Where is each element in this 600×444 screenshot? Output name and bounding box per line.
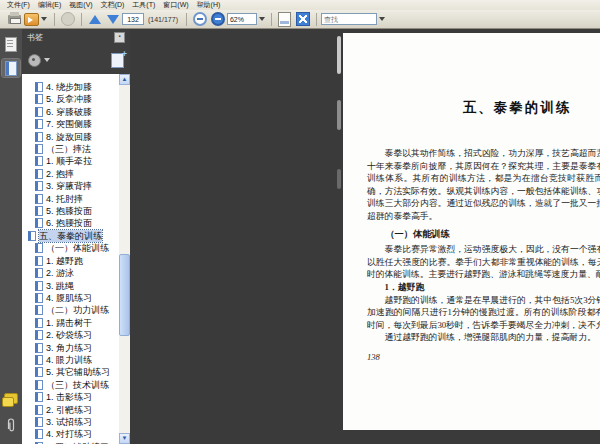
bookmark-item[interactable]: 4. 绕步卸膝	[22, 81, 119, 93]
bookmark-label: 2. 游泳	[46, 267, 74, 279]
menu-item-0[interactable]: 文件(F)	[3, 0, 34, 10]
attachments-panel-button[interactable]	[2, 416, 20, 434]
zoom-level-input[interactable]	[227, 13, 257, 25]
bookmark-item[interactable]: 4. 托肘摔	[22, 193, 119, 205]
zoom-out-icon	[193, 12, 207, 26]
paragraph: 越野跑的训练，通常是在早晨进行的，其中包括5次3分钟的加速跑，每次加速跑的间隔只…	[367, 294, 600, 332]
bookmark-label: 8. 旋敌回膝	[46, 131, 92, 143]
bookmark-item[interactable]: 2. 引靶练习	[22, 404, 119, 416]
bookmark-icon	[35, 94, 43, 104]
bookmark-icon	[35, 305, 43, 315]
menu-item-3[interactable]: 文档(D)	[97, 0, 129, 10]
bookmark-item[interactable]: 2. 游泳	[22, 267, 119, 279]
pages-icon	[5, 37, 17, 52]
bookmark-item[interactable]: 5. 抱膝按面	[22, 205, 119, 217]
fit-page-icon	[296, 12, 310, 26]
bookmark-item[interactable]: （三）技术训练	[22, 379, 119, 391]
comments-icon	[4, 393, 18, 404]
fullscreen-button[interactable]	[295, 11, 311, 27]
paragraph: 泰拳比赛异常激烈，运动强度极大，因此，没有一个强有力的体魄，是难以胜任大强度的比…	[367, 243, 600, 281]
bookmark-item[interactable]: 1. 踢击树干	[22, 317, 119, 329]
new-bookmark-icon[interactable]	[111, 53, 124, 68]
paragraph: 通过越野跑的训练，增强腿部肌肉的力量，提高耐力。	[367, 331, 600, 344]
bookmark-item-selected[interactable]: 五、泰拳的训练	[22, 230, 119, 242]
panel-menu-button[interactable]: ▪	[114, 32, 125, 43]
page-number-input[interactable]	[122, 13, 144, 25]
bookmark-item[interactable]: （三）摔法	[22, 143, 119, 155]
bookmark-options-icon[interactable]	[28, 54, 41, 67]
menu-item-1[interactable]: 编辑(E)	[34, 0, 65, 10]
bookmark-item[interactable]: 6. 穿膝破膝	[22, 106, 119, 118]
bookmark-item[interactable]: 5. 反拿冲膝	[22, 93, 119, 105]
scroll-up-button[interactable]: ▲	[119, 74, 130, 85]
menu-item-6[interactable]: 帮助(H)	[193, 0, 225, 10]
bookmark-label: 5. 其它辅助练习	[46, 366, 110, 378]
bookmark-item[interactable]: 2. 抱摔	[22, 168, 119, 180]
bookmark-label: 4. 腹肌练习	[46, 292, 92, 304]
pages-panel-button[interactable]	[2, 35, 20, 53]
toolbar: (141/177)	[0, 10, 600, 29]
next-page-button[interactable]	[105, 11, 121, 27]
paragraph: 泰拳以其动作简练，招式凶险，功力深厚，技艺高超而蜚声国际武坛。几十年来泰拳所向披…	[367, 147, 600, 223]
previous-page-button[interactable]	[87, 11, 103, 27]
find-input[interactable]	[321, 13, 377, 25]
bookmark-item[interactable]: 3. 试招练习	[22, 416, 119, 428]
print-button[interactable]	[6, 11, 22, 27]
bookmark-item[interactable]: 3. 跳绳	[22, 280, 119, 292]
export-button[interactable]	[24, 11, 49, 27]
bookmark-icon	[35, 380, 43, 390]
bookmark-item[interactable]: 1. 越野跑	[22, 255, 119, 267]
bookmark-item[interactable]: 4. 腹肌练习	[22, 292, 119, 304]
bookmark-item[interactable]: 3. 穿腋背摔	[22, 180, 119, 192]
bookmark-icon	[35, 293, 43, 303]
menu-item-4[interactable]: 工具(T)	[128, 0, 159, 10]
scrollbar-fragment	[337, 169, 341, 189]
bookmark-icon	[35, 281, 43, 291]
bookmark-item[interactable]: 4. 对打练习	[22, 428, 119, 440]
chevron-down-icon[interactable]	[379, 17, 385, 21]
chevron-down-icon[interactable]	[259, 17, 265, 21]
bookmark-item[interactable]: 5. 其它辅助练习	[22, 366, 119, 378]
zoom-out-button[interactable]	[192, 11, 208, 27]
scrolling-mode-button[interactable]	[277, 11, 293, 27]
bookmark-item[interactable]: 3. 角力练习	[22, 342, 119, 354]
chevron-down-icon[interactable]	[44, 58, 50, 62]
bookmark-label: （二）功力训练	[46, 304, 109, 316]
page-count-label: (141/177)	[148, 16, 178, 23]
zoom-in-button[interactable]	[210, 11, 226, 27]
comments-panel-button[interactable]	[2, 392, 20, 410]
bookmark-label: 4. 对打练习	[46, 428, 92, 440]
bookmark-item[interactable]: （一）体能训练	[22, 242, 119, 254]
bookmark-item[interactable]: （二）功力训练	[22, 304, 119, 316]
menu-item-5[interactable]: 窗口(W)	[159, 0, 192, 10]
bookmarks-panel-button[interactable]	[2, 59, 20, 77]
scroll-down-button[interactable]: ▼	[119, 433, 130, 444]
bookmark-item[interactable]: 8. 旋敌回膝	[22, 131, 119, 143]
toolbar-separator	[81, 13, 82, 26]
pdf-reader-window: 文件(F)编辑(E)视图(V)文档(D)工具(T)窗口(W)帮助(H) (141…	[0, 0, 600, 444]
bookmark-icon	[35, 107, 43, 117]
toolbar-separator	[316, 13, 317, 26]
bookmarks-panel-title: 书签	[27, 32, 43, 43]
paperclip-icon	[5, 418, 17, 433]
chevron-down-icon	[41, 17, 47, 21]
scrollbar-fragment	[337, 36, 341, 74]
bookmarks-scrollbar[interactable]: ▲ ▼	[119, 74, 130, 444]
previous-view-button[interactable]	[60, 11, 76, 27]
scrollbar-thumb[interactable]	[119, 254, 130, 336]
section-heading: 1．越野跑	[367, 281, 600, 294]
document-canvas[interactable]: 五、泰拳的训练 泰拳以其动作简练，招式凶险，功力深厚，技艺高超而蜚声国际武坛。几…	[130, 29, 600, 444]
bookmark-item[interactable]: 4. 眼力训练	[22, 354, 119, 366]
bookmark-item[interactable]: 2. 砂袋练习	[22, 329, 119, 341]
menu-item-2[interactable]: 视图(V)	[65, 0, 96, 10]
bookmark-label: 1. 顺手牵拉	[46, 155, 92, 167]
bookmark-item[interactable]: 1. 顺手牵拉	[22, 155, 119, 167]
scroll-pages-icon	[278, 12, 291, 27]
document-page[interactable]: 五、泰拳的训练 泰拳以其动作简练，招式凶险，功力深厚，技艺高超而蜚声国际武坛。几…	[343, 33, 600, 430]
bookmark-item[interactable]: 1. 击影练习	[22, 391, 119, 403]
bookmark-label: 3. 试招练习	[46, 416, 92, 428]
bookmark-item[interactable]: 6. 抱腰按面	[22, 217, 119, 229]
bookmark-icon	[28, 231, 36, 241]
bookmark-icon	[35, 132, 43, 142]
bookmark-item[interactable]: 7. 突围侧膝	[22, 118, 119, 130]
